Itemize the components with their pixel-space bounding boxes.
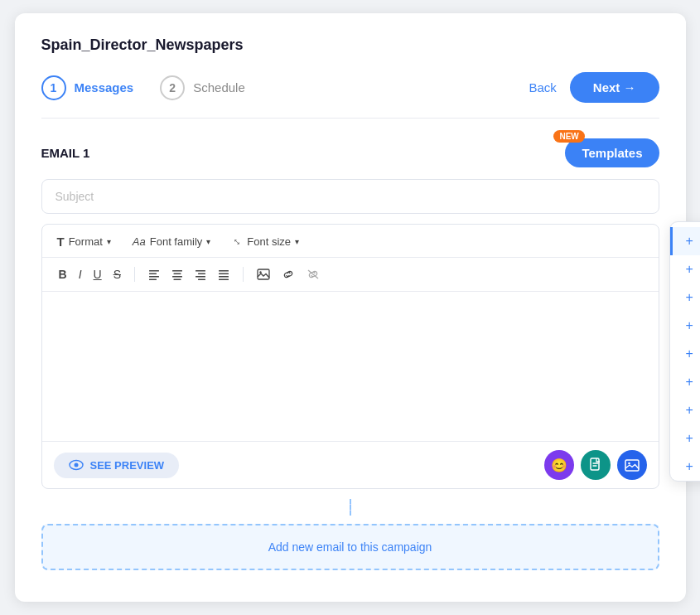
svg-rect-2 <box>149 276 159 278</box>
steps-left: 1 Messages 2 Schedule <box>41 75 245 100</box>
email-section: EMAIL 1 NEW Templates T Format ▾ <box>41 138 659 570</box>
variable-item-name[interactable]: + Name <box>670 227 701 255</box>
font-family-icon: Aa <box>133 235 146 248</box>
steps-bar: 1 Messages 2 Schedule Back Next → <box>41 72 659 119</box>
svg-rect-13 <box>219 274 229 275</box>
templates-label: Templates <box>582 146 642 160</box>
plus-icon: + <box>686 375 693 390</box>
step-2[interactable]: 2 Schedule <box>160 75 245 100</box>
svg-rect-10 <box>196 276 205 278</box>
editor-container: T Format ▾ Aa Font family ▾ ↔ Font s <box>41 224 659 489</box>
plus-icon: + <box>686 346 693 361</box>
svg-rect-5 <box>173 274 181 275</box>
page-title: Spain_Director_Newspapers <box>41 36 659 54</box>
toolbar-separator-2 <box>243 267 244 282</box>
next-button[interactable]: Next → <box>570 72 659 103</box>
file-button[interactable] <box>581 450 611 480</box>
font-family-dropdown[interactable]: Aa Font family ▾ <box>129 234 214 249</box>
new-badge: NEW <box>553 130 584 143</box>
editor-footer: SEE PREVIEW 😊 <box>42 441 659 488</box>
format-icon: T <box>57 235 65 249</box>
editor-body[interactable] <box>42 292 659 441</box>
svg-rect-8 <box>196 270 205 272</box>
add-email-button[interactable]: Add new email to this campaign <box>41 524 659 570</box>
variable-item-fullname[interactable]: + Fullname <box>670 283 701 312</box>
font-size-label: Font size <box>247 235 291 248</box>
variables-list: + Name + Surname + Fullname + Locality + <box>670 227 701 476</box>
format-chevron-icon: ▾ <box>107 237 111 246</box>
plus-icon: + <box>686 403 693 418</box>
format-dropdown[interactable]: T Format ▾ <box>54 233 114 250</box>
step-2-label: Schedule <box>193 80 245 94</box>
font-family-label: Font family <box>150 235 203 248</box>
svg-point-17 <box>259 271 261 273</box>
svg-rect-9 <box>198 274 205 275</box>
file-icon <box>589 458 602 472</box>
unlink-button[interactable] <box>302 265 325 283</box>
align-center-button[interactable] <box>167 265 188 283</box>
svg-rect-4 <box>172 270 182 272</box>
link-button[interactable] <box>277 265 300 283</box>
strikethrough-button[interactable]: S <box>109 264 126 284</box>
variable-item-company[interactable]: + Company <box>670 424 701 453</box>
image-button[interactable] <box>252 265 275 283</box>
plus-icon: + <box>686 431 693 446</box>
add-email-divider <box>41 499 659 516</box>
format-label: Format <box>69 235 103 248</box>
emoji-button[interactable]: 😊 <box>544 450 574 480</box>
svg-rect-22 <box>625 460 639 471</box>
email-label: EMAIL 1 <box>41 146 90 160</box>
format-group: T Format ▾ <box>54 233 114 250</box>
svg-point-23 <box>628 462 630 464</box>
see-preview-button[interactable]: SEE PREVIEW <box>54 453 180 478</box>
font-family-group: Aa Font family ▾ <box>129 234 214 249</box>
variable-item-surname[interactable]: + Surname <box>670 255 701 283</box>
bold-button[interactable]: B <box>54 264 72 284</box>
eye-icon <box>69 459 84 471</box>
underline-button[interactable]: U <box>89 264 107 284</box>
step-1[interactable]: 1 Messages <box>41 75 134 100</box>
plus-icon: + <box>686 318 693 333</box>
step-1-label: Messages <box>75 80 134 94</box>
subject-input[interactable] <box>41 179 659 214</box>
image-insert-button[interactable] <box>617 450 647 480</box>
svg-rect-3 <box>149 279 157 281</box>
svg-rect-15 <box>219 279 229 281</box>
font-size-dropdown[interactable]: ↔ Font size ▾ <box>229 234 302 249</box>
variable-item-industry[interactable]: + Industry <box>670 368 701 396</box>
templates-button[interactable]: NEW Templates <box>565 138 659 167</box>
align-left-button[interactable] <box>143 265 165 283</box>
emoji-icon: 😊 <box>551 458 567 473</box>
svg-rect-11 <box>198 279 205 281</box>
variables-panel: + Name + Surname + Fullname + Locality + <box>669 221 701 482</box>
svg-point-20 <box>74 463 78 467</box>
variable-item-companysize[interactable]: + CompanySize <box>670 453 701 476</box>
font-size-group: ↔ Font size ▾ <box>229 234 302 249</box>
editor-actions: 😊 <box>544 450 647 480</box>
justify-button[interactable] <box>213 265 234 283</box>
back-button[interactable]: Back <box>529 80 556 94</box>
variable-item-website[interactable]: + Website <box>670 396 701 424</box>
toolbar-separator-1 <box>134 267 135 282</box>
align-right-button[interactable] <box>190 265 211 283</box>
svg-rect-7 <box>173 279 181 281</box>
step-1-circle: 1 <box>41 75 66 100</box>
variable-item-headline[interactable]: + Headline <box>670 340 701 368</box>
svg-rect-21 <box>591 458 599 470</box>
font-size-icon: ↔ <box>229 234 246 250</box>
svg-rect-12 <box>219 270 229 272</box>
image-insert-icon <box>625 459 640 472</box>
variable-item-locality[interactable]: + Locality <box>670 312 701 340</box>
editor-toolbar-icons: B I U S <box>42 258 659 292</box>
plus-icon: + <box>686 459 693 474</box>
italic-button[interactable]: I <box>74 264 87 284</box>
font-family-chevron-icon: ▾ <box>206 237 210 246</box>
svg-rect-6 <box>172 276 182 278</box>
steps-right: Back Next → <box>529 72 659 103</box>
font-size-chevron-icon: ▾ <box>295 237 299 246</box>
svg-rect-1 <box>149 274 157 275</box>
divider-line <box>350 499 351 516</box>
plus-icon: + <box>686 262 693 277</box>
plus-icon: + <box>686 290 693 305</box>
main-card: Spain_Director_Newspapers 1 Messages 2 S… <box>15 13 686 602</box>
